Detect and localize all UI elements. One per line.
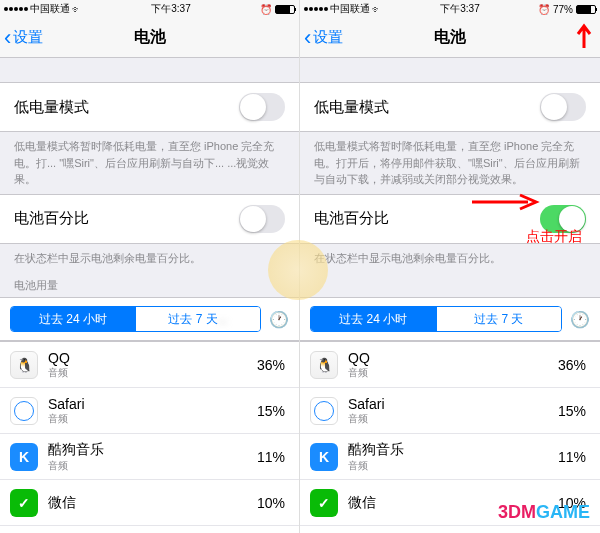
clock-icon[interactable]: 🕐 — [570, 310, 590, 329]
low-power-toggle[interactable] — [239, 93, 285, 121]
battery-percentage-label: 电池百分比 — [14, 209, 89, 228]
seg-24h[interactable]: 过去 24 小时 — [11, 307, 135, 331]
segmented-wrap: 过去 24 小时 过去 7 天... 🕐 — [0, 297, 299, 341]
carrier-label: 中国联通 — [30, 2, 70, 16]
chevron-left-icon: ‹ — [4, 27, 11, 49]
battery-percentage-footer: 在状态栏中显示电池剩余电量百分比。 — [0, 244, 299, 273]
app-icon: K — [310, 443, 338, 471]
app-name: QQ — [348, 350, 558, 366]
back-label: 设置 — [13, 28, 43, 47]
battery-percentage-toggle[interactable] — [239, 205, 285, 233]
app-name: QQ — [48, 350, 257, 366]
seg-7d[interactable]: 过去 7 天... — [135, 307, 260, 331]
app-percent: 11% — [257, 449, 285, 465]
seg-7d[interactable]: 过去 7 天 — [436, 307, 562, 331]
app-percent: 36% — [257, 357, 285, 373]
app-row[interactable]: ✓微信10% — [300, 480, 600, 526]
app-sub: 音频 — [48, 366, 257, 380]
app-icon: K — [10, 443, 38, 471]
back-label: 设置 — [313, 28, 343, 47]
nav-bar: ‹ 设置 电池 — [300, 18, 600, 58]
carrier-label: 中国联通 — [330, 2, 370, 16]
app-percent: 15% — [558, 403, 586, 419]
app-row[interactable]: K酷狗音乐音频11% — [300, 434, 600, 480]
app-sub: 音频 — [48, 459, 257, 473]
app-name: Safari — [348, 396, 558, 412]
app-icon: 🐧 — [10, 351, 38, 379]
app-row[interactable]: Safari音频15% — [0, 388, 299, 434]
signal-dots — [304, 7, 328, 11]
nav-bar: ‹ 设置 电池 — [0, 18, 299, 58]
alarm-icon: ⏰ — [538, 4, 550, 15]
status-bar: 中国联通 ᯤ 下午3:37 ⏰ 77% — [300, 0, 600, 18]
battery-percent-label: 77% — [553, 4, 573, 15]
wifi-icon: ᯤ — [72, 4, 82, 15]
clock-label: 下午3:37 — [151, 2, 190, 16]
page-title: 电池 — [0, 27, 299, 48]
screen-right: 中国联通 ᯤ 下午3:37 ⏰ 77% ‹ 设置 电池 低电量模式 低电量模式将… — [300, 0, 600, 533]
app-name: 微信 — [348, 494, 558, 512]
low-power-label: 低电量模式 — [314, 98, 389, 117]
clock-icon[interactable]: 🕐 — [269, 310, 289, 329]
app-icon: ✓ — [310, 489, 338, 517]
app-row[interactable]: ✓微信10% — [0, 480, 299, 526]
app-sub: 音频 — [348, 459, 558, 473]
app-usage-list: 🐧QQ音频36%Safari音频15%K酷狗音乐音频11%✓微信10%⚙设置7%… — [0, 341, 299, 533]
clock-label: 下午3:37 — [440, 2, 479, 16]
battery-percentage-toggle[interactable] — [540, 205, 586, 233]
app-percent: 15% — [257, 403, 285, 419]
battery-percentage-cell[interactable]: 电池百分比 — [300, 194, 600, 244]
app-icon — [10, 397, 38, 425]
low-power-mode-cell[interactable]: 低电量模式 — [0, 82, 299, 132]
seg-24h[interactable]: 过去 24 小时 — [311, 307, 436, 331]
time-range-segmented[interactable]: 过去 24 小时 过去 7 天... — [10, 306, 261, 332]
app-icon — [310, 397, 338, 425]
screen-left: 中国联通 ᯤ 下午3:37 ⏰ ‹ 设置 电池 低电量模式 低电量模式将暂时降低… — [0, 0, 300, 533]
usage-header: 电池用量 — [0, 272, 299, 297]
time-range-segmented[interactable]: 过去 24 小时 过去 7 天 — [310, 306, 562, 332]
signal-dots — [4, 7, 28, 11]
low-power-toggle[interactable] — [540, 93, 586, 121]
back-button[interactable]: ‹ 设置 — [300, 27, 343, 49]
page-title: 电池 — [300, 27, 600, 48]
app-row[interactable]: K酷狗音乐音频11% — [0, 434, 299, 480]
app-percent: 36% — [558, 357, 586, 373]
app-sub: 音频 — [348, 366, 558, 380]
alarm-icon: ⏰ — [260, 4, 272, 15]
app-name: 酷狗音乐 — [348, 441, 558, 459]
battery-icon — [275, 5, 295, 14]
app-row[interactable]: 🐧QQ音频36% — [0, 342, 299, 388]
battery-percentage-cell[interactable]: 电池百分比 — [0, 194, 299, 244]
low-power-label: 低电量模式 — [14, 98, 89, 117]
app-row[interactable]: ⚙设置7% — [0, 526, 299, 533]
app-row[interactable]: 🐧QQ音频36% — [300, 342, 600, 388]
app-icon: ✓ — [10, 489, 38, 517]
app-row[interactable]: ⚙设置7% — [300, 526, 600, 533]
app-icon: 🐧 — [310, 351, 338, 379]
low-power-footer: 低电量模式将暂时降低耗电量，直至您 iPhone 完全充电。打开后，将停用邮件获… — [300, 132, 600, 194]
low-power-footer: 低电量模式将暂时降低耗电量，直至您 iPhone 完全充电。打... "嘿Sir… — [0, 132, 299, 194]
app-percent: 10% — [558, 495, 586, 511]
chevron-left-icon: ‹ — [304, 27, 311, 49]
app-name: 微信 — [48, 494, 257, 512]
wifi-icon: ᯤ — [372, 4, 382, 15]
battery-percentage-footer: 在状态栏中显示电池剩余电量百分比。 — [300, 244, 600, 273]
status-bar: 中国联通 ᯤ 下午3:37 ⏰ — [0, 0, 299, 18]
app-name: Safari — [48, 396, 257, 412]
app-sub: 音频 — [48, 412, 257, 426]
app-usage-list: 🐧QQ音频36%Safari音频15%K酷狗音乐音频11%✓微信10%⚙设置7%… — [300, 341, 600, 533]
low-power-mode-cell[interactable]: 低电量模式 — [300, 82, 600, 132]
app-percent: 10% — [257, 495, 285, 511]
app-row[interactable]: Safari音频15% — [300, 388, 600, 434]
segmented-wrap: 过去 24 小时 过去 7 天 🕐 — [300, 297, 600, 341]
app-name: 酷狗音乐 — [48, 441, 257, 459]
app-percent: 11% — [558, 449, 586, 465]
app-sub: 音频 — [348, 412, 558, 426]
battery-icon — [576, 5, 596, 14]
back-button[interactable]: ‹ 设置 — [0, 27, 43, 49]
battery-percentage-label: 电池百分比 — [314, 209, 389, 228]
